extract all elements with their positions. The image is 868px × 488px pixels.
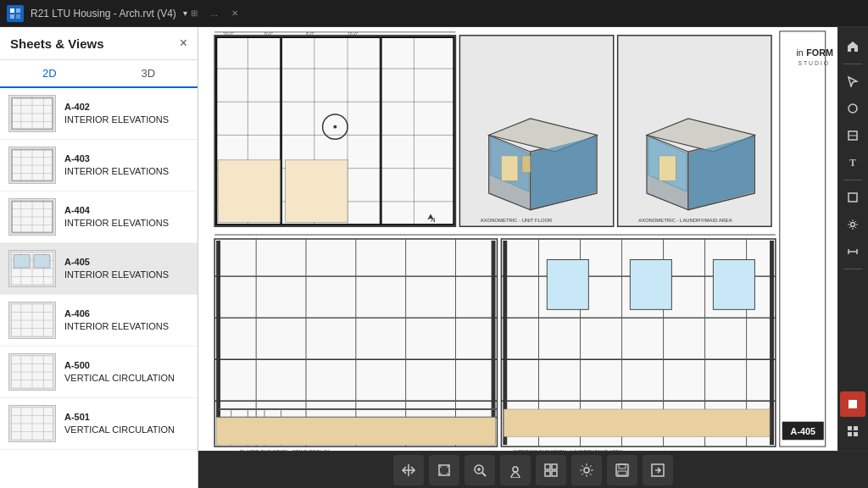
svg-rect-90 [285,160,348,223]
svg-rect-3 [16,14,20,19]
svg-rect-40 [34,255,50,268]
svg-point-160 [851,223,855,227]
svg-rect-165 [848,426,852,430]
cursor-tool-button[interactable] [840,69,865,94]
sheet-label: A-402INTERIOR ELEVATIONS [64,101,169,127]
tab-3d[interactable]: 3D [99,60,198,86]
svg-rect-182 [618,471,626,475]
settings-button[interactable] [571,455,602,485]
svg-rect-148 [713,260,754,310]
svg-rect-0 [10,8,14,13]
svg-rect-2 [10,14,14,19]
svg-text:8'-0": 8'-0" [306,32,314,36]
monitor-icon[interactable]: ⊞ [187,7,201,20]
svg-rect-124 [492,241,496,445]
markup-tool-button[interactable] [840,185,865,210]
svg-rect-146 [547,260,588,310]
svg-rect-123 [216,241,220,445]
drawing-view[interactable]: in FORM STUDIO A-405 INTERIOR ELEVATIONS [198,27,837,451]
sidebar: Sheets & Views × 2D 3D A-402INTERIOR ELE… [0,27,198,488]
svg-text:AXONOMETRIC - UNIT FLOOR: AXONOMETRIC - UNIT FLOOR [481,218,552,223]
home-tool-button[interactable] [840,34,865,59]
svg-text:10'-0": 10'-0" [223,32,234,36]
svg-text:INTERIOR ELEVATION - LAUNDRY/M: INTERIOR ELEVATION - LAUNDRY/MAID AREA [514,449,623,451]
bottom-toolbar [198,451,868,488]
sheet-thumbnail [8,353,56,391]
model-browser-button[interactable] [536,455,566,485]
zoom-button[interactable] [465,455,495,485]
sheet-thumbnail [8,250,56,287]
svg-rect-145 [770,241,774,445]
svg-rect-39 [14,255,30,268]
sheet-list-item[interactable]: A-406INTERIOR ELEVATIONS [0,295,198,347]
more-options-icon[interactable]: ... [208,7,221,20]
svg-text:8'-0": 8'-0" [264,32,273,36]
svg-text:10'-0": 10'-0" [348,32,359,36]
sheet-label: A-405INTERIOR ELEVATIONS [64,256,169,282]
svg-text:in: in [796,47,803,58]
sidebar-close-button[interactable]: × [180,36,187,51]
sheet-label: A-404INTERIOR ELEVATIONS [64,204,169,230]
svg-point-179 [584,468,589,473]
close-window-icon[interactable]: ✕ [228,7,242,20]
fit-screen-button[interactable] [429,455,459,485]
apps-grid-button[interactable] [840,419,865,444]
svg-rect-65 [780,31,826,446]
measure-tool-button[interactable] [840,96,865,121]
sheet-list-item[interactable]: A-501VERTICAL CIRCULATION [0,398,198,450]
share-button[interactable] [643,455,673,485]
sheet-thumbnail [8,198,56,236]
svg-rect-101 [522,156,531,173]
svg-rect-159 [849,193,857,202]
sheet-list-item[interactable]: A-405INTERIOR ELEVATIONS [0,243,198,295]
sheet-thumbnail [8,147,56,184]
text-tool-button[interactable]: T [840,150,865,175]
sheet-list-item[interactable]: A-500VERTICAL CIRCULATION [0,347,198,398]
svg-rect-89 [218,160,281,223]
svg-rect-167 [848,432,852,436]
sheet-label: A-406INTERIOR ELEVATIONS [64,308,169,334]
sidebar-title: Sheets & Views [10,36,104,51]
sheet-label: A-500VERTICAL CIRCULATION [64,359,175,385]
sheet-list-item[interactable]: A-402INTERIOR ELEVATIONS [0,88,198,140]
location-button[interactable] [500,455,531,485]
svg-rect-177 [545,471,550,476]
svg-text:FORM: FORM [806,47,833,58]
svg-point-156 [849,104,857,113]
sheet-list-item[interactable]: A-404INTERIOR ELEVATIONS [0,191,198,243]
svg-rect-168 [854,432,858,436]
svg-rect-100 [501,156,518,180]
tab-2d[interactable]: 2D [0,60,99,88]
sheet-thumbnail [8,95,56,132]
sheet-list: A-402INTERIOR ELEVATIONS A-403INTERIOR E… [0,88,198,488]
titlebar: R21 LTU Housing - Arch.rvt (V4) ▾ ⊞ ... … [0,0,868,27]
app-icon [7,5,24,22]
svg-line-171 [482,473,486,476]
drawing-canvas[interactable]: in FORM STUDIO A-405 INTERIOR ELEVATIONS [198,27,868,451]
window-title: R21 LTU Housing - Arch.rvt (V4) [31,8,176,19]
svg-rect-147 [630,260,671,310]
sheet-label: A-403INTERIOR ELEVATIONS [64,152,169,179]
sheet-thumbnail [8,405,56,442]
section-tool-button[interactable] [840,123,865,148]
svg-rect-178 [552,471,557,476]
svg-rect-175 [545,464,550,469]
sheet-label: A-501VERTICAL CIRCULATION [64,411,175,437]
svg-rect-164 [849,400,857,408]
canvas-area: in FORM STUDIO A-405 INTERIOR ELEVATIONS [198,27,868,488]
dimension-tool-button[interactable] [840,239,865,264]
svg-rect-1 [16,8,20,13]
sidebar-tab-bar: 2D 3D [0,60,198,88]
active-tool-button[interactable] [840,391,865,417]
svg-text:A-405: A-405 [791,426,815,436]
svg-rect-166 [854,426,858,430]
svg-point-88 [333,125,337,129]
svg-text:GLAZED ELEVATION - SPINE POOL : GLAZED ELEVATION - SPINE POOL IN... [240,449,334,451]
save-button[interactable] [607,455,637,485]
svg-rect-110 [659,156,676,180]
pan-button[interactable] [393,455,424,485]
svg-rect-149 [504,409,770,436]
settings-tool-button[interactable] [840,212,865,237]
svg-rect-176 [552,464,557,469]
sheet-list-item[interactable]: A-403INTERIOR ELEVATIONS [0,140,198,191]
